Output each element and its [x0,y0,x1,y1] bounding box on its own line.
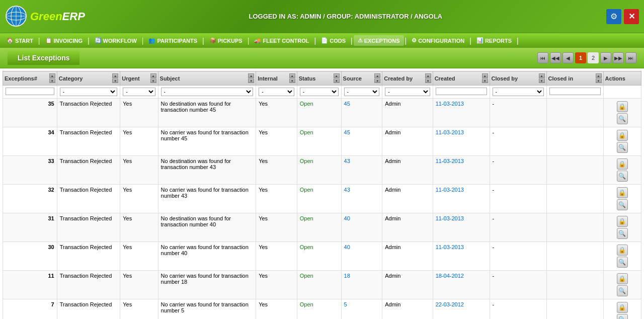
zoom-action-btn[interactable]: 🔍 [617,257,628,268]
filter-source-select[interactable]: - [344,88,380,96]
nav-start[interactable]: 🏠 START [3,35,37,46]
filter-subject-select[interactable]: - [161,88,254,96]
page-2-btn-top[interactable]: 2 [588,52,599,63]
help-button[interactable]: ⚙ [606,9,621,24]
sort-closed-in-asc[interactable]: ▲ [596,73,602,78]
sort-category-desc[interactable]: ▼ [112,78,118,83]
th-created-label: Created [435,75,455,82]
sort-closed-by-asc[interactable]: ▲ [539,73,545,78]
filter-internal-select[interactable]: - [259,88,294,96]
nav-pickups[interactable]: 📦 PICKUPS [205,35,247,46]
sort-created-desc[interactable]: ▼ [482,78,488,83]
filter-status-select[interactable]: - [300,88,339,96]
created-date-link[interactable]: 11-03-2013 [436,158,464,164]
last-page-btn-top[interactable]: ⏭ [625,52,636,63]
lock-action-btn[interactable]: 🔒 [617,130,628,141]
nav-invoicing[interactable]: 📋 INVOICING [41,35,87,46]
lock-action-btn[interactable]: 🔒 [617,245,628,256]
sort-created-by-asc[interactable]: ▲ [425,73,431,78]
next-next-btn-top[interactable]: ▶▶ [613,52,624,63]
source-link[interactable]: 43 [344,158,350,164]
lock-action-btn[interactable]: 🔒 [617,302,628,313]
sort-category-asc[interactable]: ▲ [112,73,118,78]
created-date-link[interactable]: 11-03-2013 [436,215,464,221]
nav-participants[interactable]: 👥 PARTICIPANTS [144,35,201,46]
next-btn-top[interactable]: ▶ [600,52,611,63]
sort-internal: ▲ ▼ [289,73,295,83]
source-link[interactable]: 45 [344,129,350,135]
created-date-link[interactable]: 11-03-2013 [436,187,464,193]
sort-subject-asc[interactable]: ▲ [248,73,254,78]
sort-closed-in-desc[interactable]: ▼ [596,78,602,83]
prev-prev-btn-top[interactable]: ◀◀ [550,52,561,63]
lock-action-btn[interactable]: 🔒 [617,158,628,170]
zoom-action-btn[interactable]: 🔍 [617,285,628,296]
nav-sep-6: | [313,37,317,45]
zoom-action-btn[interactable]: 🔍 [617,171,628,182]
sort-internal-asc[interactable]: ▲ [289,73,295,78]
created-date-link[interactable]: 11-03-2013 [436,129,464,135]
nav-cods-label: CODS [330,38,346,44]
sort-subject-desc[interactable]: ▼ [248,78,254,83]
sort-status-desc[interactable]: ▼ [334,78,340,83]
nav-reports[interactable]: 📊 REPORTS [472,35,516,46]
sort-exceptions-desc[interactable]: ▼ [49,78,55,83]
sort-exceptions-asc[interactable]: ▲ [49,73,55,78]
th-urgent-label: Urgent [122,75,139,82]
filter-closed-by-select[interactable]: - [493,88,544,96]
sort-closed-by-desc[interactable]: ▼ [539,78,545,83]
cell-urgent: Yes [120,213,158,242]
sort-created-by-desc[interactable]: ▼ [425,78,431,83]
filter-id-cell [3,86,57,99]
filter-created-input[interactable] [436,88,487,95]
nav-configuration[interactable]: ⚙ CONFIGURATION [408,35,468,46]
sort-source-desc[interactable]: ▼ [374,78,380,83]
created-date-link[interactable]: 22-03-2012 [436,301,464,307]
created-date-link[interactable]: 18-04-2012 [436,273,464,279]
cell-created-by: Admin [382,299,433,320]
sort-urgent-desc[interactable]: ▼ [150,78,156,83]
lock-action-btn[interactable]: 🔒 [617,187,628,198]
created-date-link[interactable]: 11-03-2013 [436,101,464,107]
page-1-btn-top[interactable]: 1 [575,52,586,63]
close-button[interactable]: ✕ [624,9,639,24]
filter-created-by-select[interactable]: - [385,88,430,96]
first-page-btn-top[interactable]: ⏮ [537,52,548,63]
sort-internal-desc[interactable]: ▼ [289,78,295,83]
sort-status-asc[interactable]: ▲ [334,73,340,78]
nav-cods[interactable]: 📄 CODS [317,35,350,46]
cell-subject: No destination was found for transaction… [158,99,256,127]
source-link[interactable]: 40 [344,215,350,221]
source-link[interactable]: 5 [344,301,347,307]
created-date-link[interactable]: 11-03-2013 [436,244,464,250]
lock-action-btn[interactable]: 🔒 [617,216,628,227]
sort-source-asc[interactable]: ▲ [374,73,380,78]
prev-btn-top[interactable]: ◀ [562,52,574,63]
cell-id: 11 [3,271,57,299]
source-link[interactable]: 43 [344,187,350,193]
lock-action-btn[interactable]: 🔒 [617,101,628,112]
source-link[interactable]: 45 [344,101,350,107]
zoom-action-btn[interactable]: 🔍 [617,142,628,153]
lock-action-btn[interactable]: 🔒 [617,273,628,284]
zoom-action-btn[interactable]: 🔍 [617,199,628,210]
cell-closed-by: - [490,99,546,127]
nav-sep-1: | [37,37,41,45]
nav-workflow[interactable]: 🔄 WORKFLOW [91,35,141,46]
nav-fleet-control[interactable]: 🚚 FLEET CONTROL [250,35,313,46]
sort-created-asc[interactable]: ▲ [482,73,488,78]
filter-id-input[interactable] [6,88,54,95]
zoom-action-btn[interactable]: 🔍 [617,228,628,239]
source-link[interactable]: 18 [344,273,350,279]
filter-category-select[interactable]: - [60,88,118,96]
participants-icon: 👥 [148,37,155,44]
source-link[interactable]: 40 [344,244,350,250]
th-source-label: Source [343,75,362,82]
filter-closed-in-input[interactable] [549,88,601,95]
filter-urgent-select[interactable]: - [123,88,155,96]
sort-urgent-asc[interactable]: ▲ [150,73,156,78]
cell-subject: No carrier was found for transaction num… [158,242,256,271]
nav-exceptions[interactable]: ⚠ EXCEPTIONS [354,35,404,46]
zoom-action-btn[interactable]: 🔍 [617,314,628,319]
zoom-action-btn[interactable]: 🔍 [617,113,628,124]
